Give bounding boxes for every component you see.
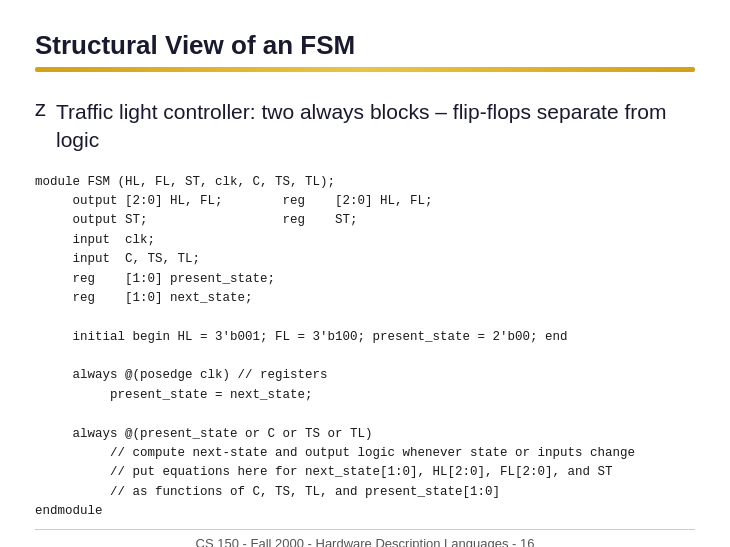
bullet-text: Traffic light controller: two always blo… (56, 98, 695, 155)
bullet-star-icon: z (35, 96, 46, 122)
slide-footer: CS 150 - Fall 2000 - Hardware Descriptio… (35, 529, 695, 547)
slide-title: Structural View of an FSM (35, 30, 695, 61)
title-section: Structural View of an FSM (35, 30, 695, 86)
title-underline (35, 67, 695, 72)
code-block: module FSM (HL, FL, ST, clk, C, TS, TL);… (35, 173, 695, 522)
code-section: module FSM (HL, FL, ST, clk, C, TS, TL);… (35, 173, 695, 522)
bullet-section: z Traffic light controller: two always b… (35, 98, 695, 159)
bullet-item: z Traffic light controller: two always b… (35, 98, 695, 155)
slide-container: Structural View of an FSM z Traffic ligh… (0, 0, 730, 547)
